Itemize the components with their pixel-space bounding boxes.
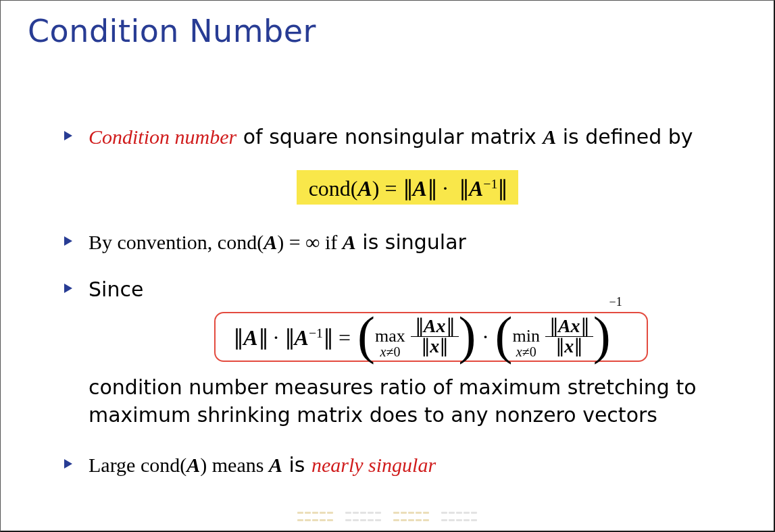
bullet-1: Condition number of square nonsingular m… [89, 124, 726, 205]
t: 0 [530, 344, 536, 359]
term-condition-number: Condition number [89, 126, 236, 148]
t: ∥ [446, 315, 455, 336]
t: max [375, 327, 405, 345]
svg-marker-0 [64, 131, 72, 140]
t: Large cond( [89, 454, 186, 476]
slide: Condition Number Condition number of squ… [0, 0, 775, 532]
t: min [512, 327, 539, 345]
min-ratio-group: ( min x≠0 ∥Ax∥ ∥x∥ ) [495, 316, 624, 358]
exponent-inv: −1 [609, 296, 622, 308]
t: · [483, 326, 489, 348]
t: A [358, 176, 372, 201]
text: of square nonsingular matrix [236, 125, 543, 149]
bullet-2: By convention, cond(A) = ∞ if A is singu… [89, 229, 726, 257]
t: ∥ [439, 336, 448, 356]
bullet-icon [63, 458, 74, 469]
t: cond( [309, 176, 358, 201]
t: ≠ [386, 344, 393, 359]
bullet-3: Since ∥A∥ · ∥A−1∥ = ( max x≠0 [89, 276, 726, 429]
t: By convention, cond( [89, 231, 264, 253]
formula-definition: cond(A) = ∥A∥ · ∥A−1∥ [89, 170, 726, 205]
bullet-icon [63, 283, 74, 294]
t: ∥ [421, 336, 430, 356]
t: ∥ [284, 325, 295, 349]
t: A [243, 325, 257, 349]
t: A [269, 454, 282, 476]
matrix-A: A [543, 126, 556, 148]
t: is [282, 453, 311, 477]
svg-marker-3 [64, 459, 72, 469]
text: is defined by [556, 125, 693, 149]
t: ∥ [403, 176, 413, 201]
t: ) = [372, 176, 403, 201]
t: A [186, 454, 200, 476]
t: ) means [200, 454, 269, 476]
t: x [430, 336, 439, 356]
t: ) = ∞ if [277, 231, 343, 253]
bullet-icon [63, 236, 74, 246]
t: ∥ [497, 176, 507, 201]
formula-expansion: ∥A∥ · ∥A−1∥ = ( max x≠0 ∥Ax∥ [89, 312, 726, 362]
t: A [343, 231, 356, 253]
t: = [333, 325, 351, 349]
t: ∥ [258, 325, 268, 349]
footer-nav-dots [297, 512, 477, 525]
t: Ax [424, 315, 446, 336]
slide-content: Condition number of square nonsingular m… [28, 124, 747, 479]
max-ratio-group: ( max x≠0 ∥Ax∥ ∥x∥ ) [357, 316, 476, 358]
t: A [295, 325, 309, 349]
t: ∥ [580, 315, 589, 336]
t: · [437, 176, 453, 201]
t: −1 [483, 176, 497, 191]
t: · [268, 325, 284, 349]
t: ∥ [233, 325, 243, 349]
t: Since [89, 277, 143, 301]
t: x [516, 344, 522, 359]
highlighted-formula: cond(A) = ∥A∥ · ∥A−1∥ [297, 170, 519, 205]
t: ≠ [522, 344, 530, 359]
boxed-formula: ∥A∥ · ∥A−1∥ = ( max x≠0 ∥Ax∥ [214, 312, 648, 362]
t: A [413, 176, 427, 201]
svg-marker-1 [64, 236, 72, 246]
bullet-4: Large cond(A) means A is nearly singular [89, 452, 726, 479]
t: Ax [558, 315, 580, 336]
t: A [469, 176, 483, 201]
term-nearly-singular: nearly singular [311, 454, 436, 476]
bullet-icon [63, 130, 74, 141]
t: ∥ [415, 315, 424, 336]
t: ∥ [549, 315, 558, 336]
t: ∥ [555, 336, 564, 356]
t: ∥ [323, 325, 333, 349]
slide-title: Condition Number [28, 13, 747, 49]
t: x [564, 336, 574, 356]
t: −1 [309, 325, 323, 340]
t: ∥ [427, 176, 437, 201]
svg-marker-2 [64, 284, 72, 293]
t: 0 [393, 344, 400, 359]
t: ∥ [574, 336, 582, 356]
bullet-3-continuation: condition number measures ratio of maxim… [89, 374, 726, 429]
t: is singular [356, 230, 466, 254]
t: A [264, 231, 277, 253]
t: ∥ [459, 176, 469, 201]
